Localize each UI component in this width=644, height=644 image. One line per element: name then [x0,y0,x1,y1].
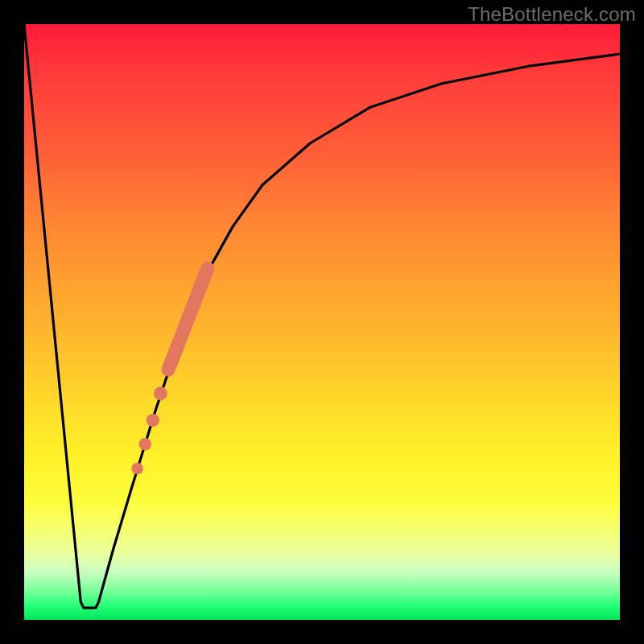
bottleneck-curve [24,24,620,608]
highlight-dot [131,463,143,475]
curve-layer [24,24,620,620]
highlight-dot [154,386,167,400]
watermark-text: TheBottleneck.com [468,3,636,26]
chart-frame: TheBottleneck.com [0,0,644,644]
highlight-markers [131,268,208,474]
highlight-segment [168,268,208,369]
highlight-dot [139,438,151,450]
plot-area [24,24,620,620]
highlight-dot [147,414,159,427]
